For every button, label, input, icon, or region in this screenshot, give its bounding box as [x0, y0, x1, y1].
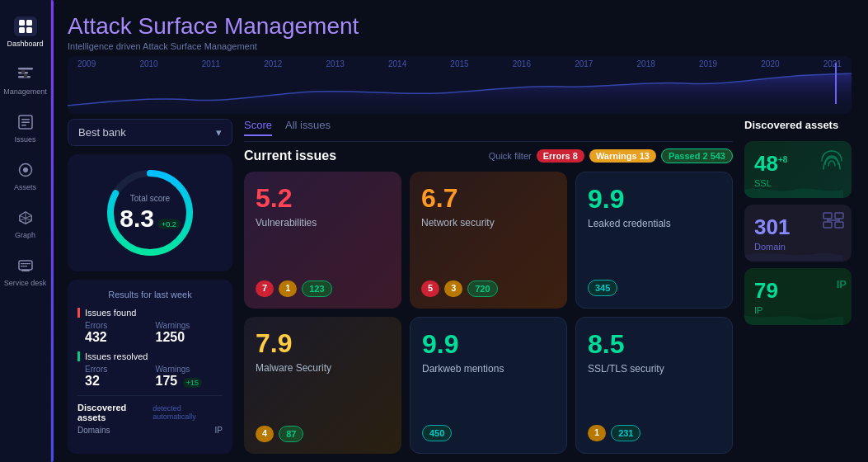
quick-filter: Quick filter Errors 8 Warnings 13 Passed…	[489, 148, 733, 163]
badge-yellow: 3	[444, 280, 462, 297]
filter-warnings[interactable]: Warnings 13	[589, 149, 656, 163]
asset-card-ip: 79 IP IP	[744, 268, 852, 325]
sidebar-item-label: Management	[3, 87, 47, 96]
chevron-down-icon: ▾	[216, 126, 222, 139]
sidebar-item-dashboard[interactable]: Dashboard	[0, 8, 50, 56]
issues-resolved-grid: Errors 32 Warnings 175 +15	[77, 365, 223, 389]
badge-yellow: 4	[256, 426, 274, 442]
sidebar-item-label: Graph	[15, 231, 35, 239]
issue-badges: 1 231	[588, 425, 720, 441]
ip-icon: IP	[837, 278, 847, 290]
issue-card-vulnerabilities[interactable]: 5.2 Vulnerabilities 7 1 123	[244, 172, 401, 309]
tab-score[interactable]: Score	[244, 119, 272, 136]
sidebar-item-issues[interactable]: Issues	[0, 104, 50, 152]
issue-name: Network security	[421, 217, 556, 229]
svg-rect-10	[21, 119, 30, 120]
svg-rect-7	[21, 70, 25, 73]
timeline-labels: 2009 2010 2011 2012 2013 2014 2015 2016 …	[68, 56, 852, 68]
header: Attack Surface Management Intelligence d…	[51, 0, 868, 56]
page-title: Attack Surface Management	[68, 13, 852, 40]
ring-center: Total score 8.3 +0.2	[120, 194, 181, 233]
timeline-chart-svg	[68, 68, 852, 114]
sidebar-item-graph[interactable]: Graph	[0, 200, 50, 248]
issue-card-ssl-tls-security[interactable]: 8.5 SSL/TLS security 1 231	[575, 317, 733, 454]
warnings-col: Warnings 1250	[156, 321, 223, 345]
badge-green: 720	[467, 280, 497, 297]
issue-badges: 4 87	[256, 426, 390, 442]
timeline-marker	[835, 63, 837, 104]
issues-title: Current issues	[244, 148, 336, 163]
svg-rect-26	[835, 213, 843, 219]
issue-badges: 345	[588, 280, 720, 296]
issue-card-leaked-credentials[interactable]: 9.9 Leaked credentials 345	[575, 172, 733, 309]
header-subtitle: Intelligence driven Attack Surface Manag…	[68, 41, 852, 51]
sidebar-item-label: Assets	[14, 183, 36, 191]
wave-svg	[744, 182, 843, 198]
tab-all-issues[interactable]: All issues	[285, 119, 331, 136]
discovered-domains-row: Domains IP	[77, 426, 223, 435]
left-panel: Best bank ▾	[68, 119, 232, 454]
asset-card-ssl: 48+8 SSL	[744, 141, 852, 198]
badge-teal: 231	[611, 425, 640, 441]
issue-card-network-security[interactable]: 6.7 Network security 5 3 720	[410, 172, 567, 309]
issues-found-label: Issues found	[77, 308, 223, 318]
right-panel: Discovered assets 48+8 SSL	[744, 119, 852, 454]
tabs: Score All issues	[244, 119, 733, 142]
filter-errors[interactable]: Errors 8	[537, 149, 584, 163]
issue-name: Malware Security	[256, 362, 390, 374]
issue-score: 7.9	[256, 328, 390, 359]
wave-svg	[744, 245, 843, 262]
issues-header: Current issues Quick filter Errors 8 War…	[244, 148, 733, 163]
svg-rect-2	[19, 27, 25, 33]
accent-bar	[51, 0, 54, 462]
bank-selector[interactable]: Best bank ▾	[68, 119, 232, 146]
graph-icon	[14, 208, 37, 228]
results-box: Results for last week Issues found Error…	[68, 280, 232, 454]
asset-number-ip: 79	[754, 278, 842, 304]
sidebar-item-label: Dashboard	[7, 40, 43, 48]
main-panel: Score All issues Current issues Quick fi…	[244, 119, 733, 454]
svg-rect-27	[823, 222, 832, 228]
discovered-assets-title: Discovered assets	[744, 119, 852, 131]
sidebar-item-service-desk[interactable]: Service desk	[0, 248, 50, 295]
sidebar: Dashboard Management Issues	[0, 0, 51, 462]
sidebar-item-management[interactable]: Management	[0, 56, 50, 104]
discovered-row: Discovered assets detected automatically…	[77, 395, 223, 435]
badge-red: 5	[421, 280, 439, 297]
score-ring: Total score 8.3 +0.2	[105, 167, 195, 258]
filter-passed[interactable]: Passed 2 543	[661, 148, 733, 163]
badge-teal: 345	[588, 280, 617, 296]
asset-card-domain: 301 Domain	[744, 205, 852, 262]
resolved-warnings-col: Warnings 175 +15	[156, 365, 223, 389]
svg-rect-22	[21, 266, 27, 266]
issues-resolved-section: Issues resolved Errors 32 Warnings 175 +…	[77, 351, 223, 389]
sidebar-item-assets[interactable]: Assets	[0, 152, 50, 200]
issue-score: 5.2	[256, 183, 390, 214]
issue-badges: 450	[422, 425, 555, 441]
issue-score: 9.9	[422, 329, 555, 360]
issue-badges: 7 1 123	[256, 280, 390, 297]
issue-card-malware-security[interactable]: 7.9 Malware Security 4 87	[244, 317, 401, 454]
badge-yellow: 1	[279, 280, 297, 297]
resolved-errors-col: Errors 32	[85, 365, 152, 389]
service-desk-icon	[14, 256, 37, 276]
svg-rect-20	[21, 270, 30, 271]
timeline: 2009 2010 2011 2012 2013 2014 2015 2016 …	[68, 56, 852, 114]
issue-score: 9.9	[588, 184, 720, 214]
svg-rect-25	[823, 213, 832, 219]
content-area: Best bank ▾	[51, 119, 868, 462]
main-content: Attack Surface Management Intelligence d…	[51, 0, 868, 462]
badge-green: 87	[279, 426, 303, 442]
svg-point-14	[23, 167, 28, 172]
issue-score: 6.7	[421, 183, 556, 214]
issues-resolved-label: Issues resolved	[77, 351, 223, 361]
assets-icon	[14, 160, 37, 180]
issues-found-section: Issues found Errors 432 Warnings 1250	[77, 308, 223, 345]
issue-name: SSL/TLS security	[588, 363, 720, 375]
issue-name: Darkweb mentions	[422, 363, 555, 375]
score-ring-container: Total score 8.3 +0.2	[68, 154, 232, 271]
issues-grid: 5.2 Vulnerabilities 7 1 123 6.7 Network …	[244, 172, 733, 454]
issue-card-darkweb-mentions[interactable]: 9.9 Darkweb mentions 450	[410, 317, 567, 454]
domain-icon	[822, 211, 845, 234]
issues-found-grid: Errors 432 Warnings 1250	[77, 321, 223, 345]
